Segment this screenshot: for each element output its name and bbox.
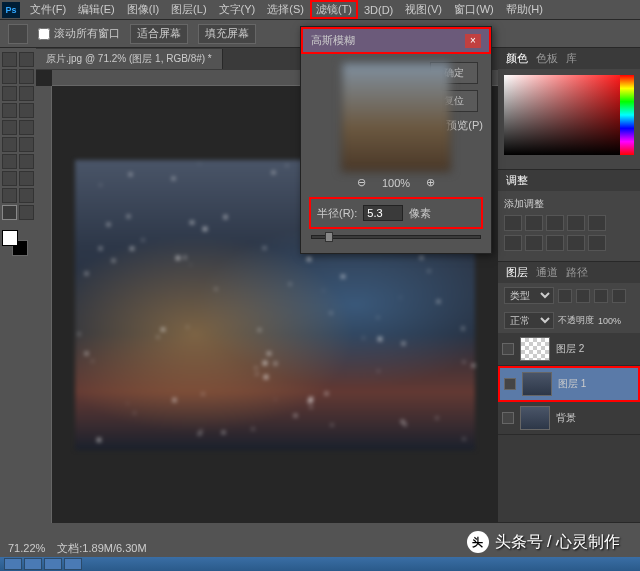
gradient-tool[interactable] (19, 137, 34, 152)
gaussian-blur-dialog: 高斯模糊 × 确定 复位 预览(P) ⊖ 100% ⊕ 半径(R): 像素 (300, 26, 492, 254)
crop-tool[interactable] (2, 86, 17, 101)
layer-name[interactable]: 图层 1 (558, 377, 586, 391)
adj-vibrance[interactable] (588, 215, 606, 231)
menu-file[interactable]: 文件(F) (24, 0, 72, 19)
layer-name[interactable]: 背景 (556, 411, 576, 425)
zoom-in-icon[interactable]: ⊕ (426, 176, 435, 189)
filter-shape-icon[interactable] (612, 289, 626, 303)
dodge-tool[interactable] (19, 154, 34, 169)
adj-levels[interactable] (525, 215, 543, 231)
marquee-tool[interactable] (19, 52, 34, 67)
menu-select[interactable]: 选择(S) (261, 0, 310, 19)
type-tool[interactable] (19, 171, 34, 186)
path-tool[interactable] (2, 188, 17, 203)
filter-adj-icon[interactable] (576, 289, 590, 303)
opacity-label: 不透明度 (558, 314, 594, 327)
blur-preview[interactable] (341, 62, 451, 172)
adj-brightness[interactable] (504, 215, 522, 231)
brush-tool[interactable] (19, 103, 34, 118)
history-brush-tool[interactable] (19, 120, 34, 135)
zoom-percent: 100% (382, 177, 410, 189)
radius-slider[interactable] (311, 235, 481, 239)
menu-image[interactable]: 图像(I) (121, 0, 165, 19)
adj-balance[interactable] (525, 235, 543, 251)
adj-bw[interactable] (546, 235, 564, 251)
layer-thumb (522, 372, 552, 396)
zoom-status[interactable]: 71.22% (8, 542, 45, 554)
layer-thumb (520, 337, 550, 361)
pen-tool[interactable] (2, 171, 17, 186)
menu-layer[interactable]: 图层(L) (165, 0, 212, 19)
color-swatch[interactable] (2, 230, 28, 256)
menu-bar: Ps 文件(F) 编辑(E) 图像(I) 图层(L) 文字(Y) 选择(S) 滤… (0, 0, 640, 20)
toolbox (0, 48, 36, 523)
filter-pixel-icon[interactable] (558, 289, 572, 303)
paths-tab[interactable]: 路径 (566, 265, 588, 280)
layer-kind-select[interactable]: 类型 (504, 287, 554, 304)
color-picker[interactable] (498, 69, 640, 169)
radius-unit: 像素 (409, 206, 431, 221)
zoom-tool[interactable] (19, 205, 34, 220)
blend-mode-select[interactable]: 正常 (504, 312, 554, 329)
wand-tool[interactable] (19, 69, 34, 84)
eraser-tool[interactable] (2, 137, 17, 152)
swatches-tab[interactable]: 色板 (536, 51, 558, 66)
adjust-tab[interactable]: 调整 (506, 173, 528, 188)
visibility-toggle[interactable] (502, 412, 514, 424)
ruler-vertical (36, 86, 52, 523)
eyedropper-tool[interactable] (19, 86, 34, 101)
adj-exposure[interactable] (567, 215, 585, 231)
close-button[interactable]: × (465, 34, 481, 48)
watermark-text: 头条号 / 心灵制作 (495, 532, 620, 553)
dialog-title: 高斯模糊 (311, 33, 355, 48)
layer-thumb (520, 406, 550, 430)
taskbar-item[interactable] (44, 558, 62, 570)
menu-filter[interactable]: 滤镜(T) (310, 0, 358, 19)
document-tab[interactable]: 原片.jpg @ 71.2% (图层 1, RGB/8#) * (36, 49, 223, 69)
menu-3d[interactable]: 3D(D) (358, 2, 399, 18)
radius-input[interactable] (363, 205, 403, 221)
layer-row-selected[interactable]: 图层 1 (498, 366, 640, 402)
shape-tool[interactable] (19, 188, 34, 203)
adj-mixer[interactable] (588, 235, 606, 251)
fill-screen-button[interactable]: 填充屏幕 (198, 24, 256, 44)
adj-curves[interactable] (546, 215, 564, 231)
fit-screen-button[interactable]: 适合屏幕 (130, 24, 188, 44)
adjustments-panel: 添加调整 (498, 191, 640, 261)
blur-tool[interactable] (2, 154, 17, 169)
visibility-toggle[interactable] (502, 343, 514, 355)
filter-type-icon[interactable] (594, 289, 608, 303)
scroll-all-checkbox[interactable]: 滚动所有窗口 (38, 26, 120, 41)
taskbar-item[interactable] (64, 558, 82, 570)
hand-tool-icon[interactable] (8, 24, 28, 44)
doc-info: 文档:1.89M/6.30M (57, 541, 146, 556)
menu-type[interactable]: 文字(Y) (213, 0, 262, 19)
libraries-tab[interactable]: 库 (566, 51, 577, 66)
move-tool[interactable] (2, 52, 17, 67)
lasso-tool[interactable] (2, 69, 17, 84)
adj-hue[interactable] (504, 235, 522, 251)
menu-view[interactable]: 视图(V) (399, 0, 448, 19)
zoom-out-icon[interactable]: ⊖ (357, 176, 366, 189)
taskbar (0, 557, 640, 571)
color-tab[interactable]: 颜色 (506, 51, 528, 66)
menu-window[interactable]: 窗口(W) (448, 0, 500, 19)
radius-label: 半径(R): (317, 206, 357, 221)
menu-help[interactable]: 帮助(H) (500, 0, 549, 19)
visibility-toggle[interactable] (504, 378, 516, 390)
adj-photo[interactable] (567, 235, 585, 251)
heal-tool[interactable] (2, 103, 17, 118)
layer-row[interactable]: 图层 2 (498, 333, 640, 366)
menu-edit[interactable]: 编辑(E) (72, 0, 121, 19)
layer-name[interactable]: 图层 2 (556, 342, 584, 356)
stamp-tool[interactable] (2, 120, 17, 135)
layers-tab[interactable]: 图层 (506, 265, 528, 280)
layer-list: 图层 2 图层 1 背景 (498, 333, 640, 522)
layer-row[interactable]: 背景 (498, 402, 640, 435)
taskbar-item[interactable] (24, 558, 42, 570)
taskbar-item[interactable] (4, 558, 22, 570)
status-bar: 71.22% 文档:1.89M/6.30M (0, 539, 498, 557)
hand-tool[interactable] (2, 205, 17, 220)
opacity-value[interactable]: 100% (598, 316, 621, 326)
channels-tab[interactable]: 通道 (536, 265, 558, 280)
